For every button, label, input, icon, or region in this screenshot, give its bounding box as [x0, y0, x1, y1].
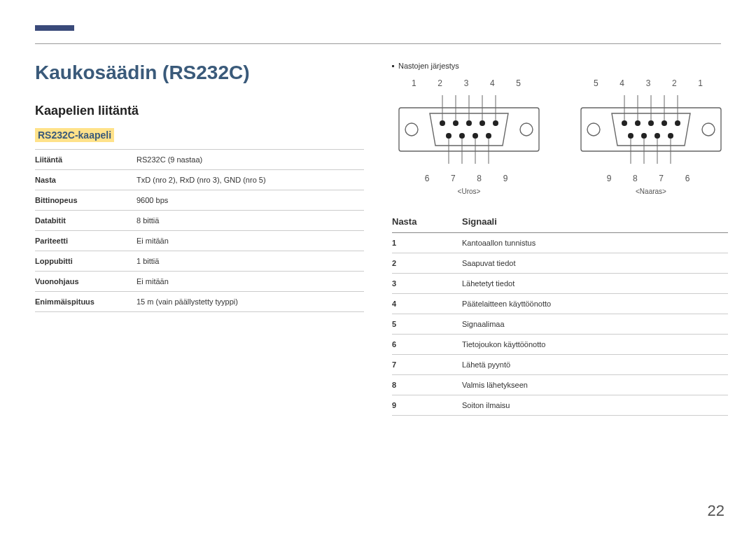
- signal-description: Päätelaitteen käyttöönotto: [462, 294, 728, 314]
- pin-order-label: Nastojen järjestys: [392, 62, 728, 70]
- signal-description: Signaalimaa: [462, 314, 728, 335]
- spec-key: Databitit: [35, 211, 136, 231]
- svg-point-23: [702, 123, 715, 136]
- spec-row: Bittinopeus9600 bps: [35, 190, 364, 211]
- svg-point-9: [459, 133, 465, 139]
- bullet-icon: [392, 65, 394, 67]
- svg-point-27: [662, 120, 667, 126]
- signal-row: 3Lähetetyt tiedot: [392, 274, 728, 294]
- left-column: Kaukosäädin (RS232C) Kaapelien liitäntä …: [35, 62, 364, 416]
- signal-description: Lähetetyt tiedot: [462, 274, 728, 294]
- signal-description: Valmis lähetykseen: [462, 375, 728, 395]
- signal-description: Tietojoukon käyttöönotto: [462, 335, 728, 355]
- spec-table-body: LiitäntäRS232C (9 nastaa)NastaTxD (nro 2…: [35, 150, 364, 312]
- female-pins-top: 5 4 3 2 1: [574, 78, 728, 88]
- signal-row: 4Päätelaitteen käyttöönotto: [392, 294, 728, 314]
- spec-key: Loppubitti: [35, 251, 136, 272]
- connector-diagrams: 1 2 3 4 5: [392, 78, 728, 195]
- svg-point-7: [493, 120, 498, 126]
- female-connector-label: <Naaras>: [574, 188, 728, 195]
- spec-key: Bittinopeus: [35, 190, 136, 211]
- female-pins-bottom: 9 8 7 6: [574, 174, 728, 183]
- male-pins-bottom: 6 7 8 9: [392, 174, 546, 183]
- male-connector-label: <Uros>: [392, 188, 546, 195]
- signal-pin-number: 3: [392, 274, 462, 294]
- signal-pin-number: 7: [392, 355, 462, 375]
- signal-pin-number: 5: [392, 314, 462, 335]
- signal-row: 5Signaalimaa: [392, 314, 728, 335]
- male-pins-top: 1 2 3 4 5: [392, 78, 546, 88]
- signal-table: Nasta Signaali 1Kantoaallon tunnistus2Sa…: [392, 212, 728, 416]
- signal-row: 2Saapuvat tiedot: [392, 253, 728, 274]
- signal-pin-number: 9: [392, 395, 462, 416]
- spec-key: Nasta: [35, 170, 136, 190]
- svg-point-6: [479, 120, 485, 126]
- spec-row: VuonohjausEi mitään: [35, 272, 364, 292]
- svg-point-25: [635, 120, 640, 126]
- svg-point-1: [405, 123, 418, 136]
- signal-table-body: 1Kantoaallon tunnistus2Saapuvat tiedot3L…: [392, 233, 728, 416]
- signal-row: 9Soiton ilmaisu: [392, 395, 728, 416]
- signal-row: 6Tietojoukon käyttöönotto: [392, 335, 728, 355]
- male-connector-svg: [392, 91, 546, 168]
- page-content: Kaukosäädin (RS232C) Kaapelien liitäntä …: [0, 0, 756, 416]
- svg-point-11: [486, 133, 491, 139]
- svg-point-26: [648, 120, 654, 126]
- signal-description: Soiton ilmaisu: [462, 395, 728, 416]
- spec-row: LiitäntäRS232C (9 nastaa): [35, 150, 364, 170]
- section-subtitle: Kaapelien liitäntä: [35, 104, 364, 118]
- male-connector-diagram: 1 2 3 4 5: [392, 78, 546, 195]
- svg-point-5: [466, 120, 472, 126]
- svg-point-31: [654, 133, 660, 139]
- svg-point-28: [675, 120, 680, 126]
- spec-value: 9600 bps: [136, 190, 364, 211]
- svg-point-32: [668, 133, 673, 139]
- svg-point-4: [453, 120, 458, 126]
- signal-pin-number: 1: [392, 233, 462, 253]
- spec-row: NastaTxD (nro 2), RxD (nro 3), GND (nro …: [35, 170, 364, 190]
- signal-header-pin: Nasta: [392, 212, 462, 233]
- spec-value: RS232C (9 nastaa): [136, 150, 364, 170]
- signal-pin-number: 2: [392, 253, 462, 274]
- header-accent-bar: [35, 25, 74, 31]
- spec-key: Vuonohjaus: [35, 272, 136, 292]
- signal-row: 7Lähetä pyyntö: [392, 355, 728, 375]
- spec-row: Loppubitti1 bittiä: [35, 251, 364, 272]
- spec-row: Enimmäispituus15 m (vain päällystetty ty…: [35, 292, 364, 312]
- signal-pin-number: 8: [392, 375, 462, 395]
- female-connector-diagram: 5 4 3 2 1: [574, 78, 728, 195]
- spec-row: Databitit8 bittiä: [35, 211, 364, 231]
- spec-key: Enimmäispituus: [35, 292, 136, 312]
- header-divider: [35, 43, 721, 44]
- svg-point-3: [440, 120, 445, 126]
- highlight-section: RS232C-kaapeli: [35, 128, 114, 142]
- svg-point-2: [520, 123, 533, 136]
- signal-pin-number: 6: [392, 335, 462, 355]
- female-connector-svg: [574, 91, 728, 168]
- svg-point-8: [446, 133, 451, 139]
- spec-row: PariteettiEi mitään: [35, 231, 364, 251]
- spec-key: Liitäntä: [35, 150, 136, 170]
- page-number: 22: [708, 502, 724, 520]
- signal-description: Kantoaallon tunnistus: [462, 233, 728, 253]
- spec-value: Ei mitään: [136, 231, 364, 251]
- spec-value: TxD (nro 2), RxD (nro 3), GND (nro 5): [136, 170, 364, 190]
- right-column: Nastojen järjestys 1 2 3 4 5: [392, 62, 728, 416]
- spec-value: 1 bittiä: [136, 251, 364, 272]
- signal-header-signal: Signaali: [462, 212, 728, 233]
- signal-pin-number: 4: [392, 294, 462, 314]
- signal-row: 1Kantoaallon tunnistus: [392, 233, 728, 253]
- svg-point-24: [622, 120, 627, 126]
- signal-description: Lähetä pyyntö: [462, 355, 728, 375]
- page-title: Kaukosäädin (RS232C): [35, 62, 364, 84]
- spec-value: Ei mitään: [136, 272, 364, 292]
- svg-point-10: [472, 133, 478, 139]
- spec-key: Pariteetti: [35, 231, 136, 251]
- svg-point-29: [628, 133, 634, 139]
- svg-point-22: [587, 123, 600, 136]
- spec-value: 8 bittiä: [136, 211, 364, 231]
- spec-value: 15 m (vain päällystetty tyyppi): [136, 292, 364, 312]
- signal-description: Saapuvat tiedot: [462, 253, 728, 274]
- svg-point-30: [641, 133, 647, 139]
- signal-row: 8Valmis lähetykseen: [392, 375, 728, 395]
